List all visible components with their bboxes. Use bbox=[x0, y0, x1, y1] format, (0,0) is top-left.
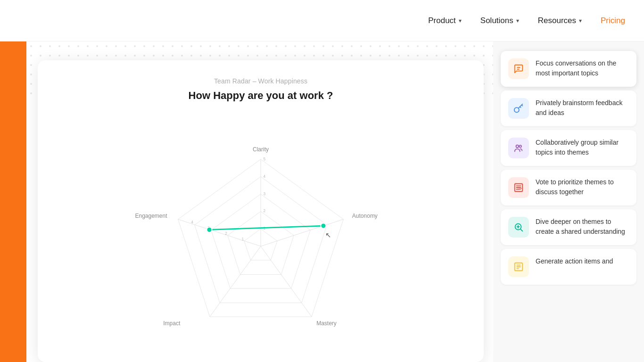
feature-item-group[interactable]: Collaboratively group similar topics int… bbox=[501, 130, 636, 166]
feature-focus-text: Focus conversations on the most importan… bbox=[536, 58, 629, 78]
left-panel: Team Radar – Work Happiness How Happy ar… bbox=[0, 41, 493, 362]
feature-actions-text: Generate action items and bbox=[536, 256, 613, 266]
right-panel: Focus conversations on the most importan… bbox=[493, 41, 644, 362]
svg-text:1: 1 bbox=[241, 237, 244, 241]
search-icon bbox=[508, 217, 529, 238]
svg-text:Mastery: Mastery bbox=[316, 320, 337, 327]
svg-text:Impact: Impact bbox=[163, 320, 181, 327]
radar-chart: 1 2 3 4 5 Clarity Autonomy Mastery Impac… bbox=[57, 113, 465, 362]
svg-text:3: 3 bbox=[264, 191, 266, 196]
group-icon bbox=[508, 138, 529, 158]
feature-item-focus[interactable]: Focus conversations on the most importan… bbox=[501, 51, 636, 87]
svg-text:4: 4 bbox=[264, 174, 266, 179]
feature-item-vote[interactable]: Vote to prioritize themes to discuss tog… bbox=[501, 170, 636, 206]
svg-text:2: 2 bbox=[264, 208, 266, 213]
key-icon bbox=[508, 98, 529, 119]
svg-text:4: 4 bbox=[191, 220, 193, 224]
feature-brainstorm-text: Privately brainstorm feedback and ideas bbox=[536, 98, 629, 118]
radar-subtitle: Team Radar – Work Happiness bbox=[214, 77, 307, 85]
feature-item-actions[interactable]: Generate action items and bbox=[501, 249, 636, 285]
checklist-icon bbox=[508, 177, 529, 198]
svg-line-9 bbox=[261, 246, 312, 317]
nav-solutions-label: Solutions bbox=[480, 16, 513, 25]
action-items-icon bbox=[508, 256, 529, 277]
nav-solutions[interactable]: Solutions ▾ bbox=[480, 16, 519, 25]
svg-point-27 bbox=[321, 223, 326, 229]
feature-item-brainstorm[interactable]: Privately brainstorm feedback and ideas bbox=[501, 90, 636, 126]
svg-text:Autonomy: Autonomy bbox=[352, 213, 378, 219]
radar-card: Team Radar – Work Happiness How Happy ar… bbox=[38, 60, 484, 362]
feature-item-dive[interactable]: Dive deeper on themes to create a shared… bbox=[501, 209, 636, 245]
nav-pricing[interactable]: Pricing bbox=[601, 16, 625, 25]
radar-title: How Happy are you at work ? bbox=[189, 90, 333, 102]
svg-point-33 bbox=[519, 145, 521, 148]
nav-resources-label: Resources bbox=[538, 16, 576, 25]
svg-line-11 bbox=[178, 219, 261, 246]
navigation: Product ▾ Solutions ▾ Resources ▾ Pricin… bbox=[0, 0, 644, 41]
svg-text:5: 5 bbox=[264, 156, 266, 161]
feature-group-text: Collaboratively group similar topics int… bbox=[536, 138, 629, 157]
chevron-down-icon: ▾ bbox=[579, 17, 582, 24]
svg-text:2: 2 bbox=[225, 231, 227, 236]
orange-accent-bar bbox=[0, 41, 26, 362]
svg-point-26 bbox=[207, 227, 212, 232]
nav-product-label: Product bbox=[428, 16, 456, 25]
nav-resources[interactable]: Resources ▾ bbox=[538, 16, 582, 25]
svg-line-10 bbox=[210, 246, 261, 317]
svg-point-32 bbox=[516, 145, 519, 148]
nav-pricing-label: Pricing bbox=[601, 16, 625, 25]
feature-dive-text: Dive deeper on themes to create a shared… bbox=[536, 217, 629, 237]
chevron-down-icon: ▾ bbox=[516, 17, 519, 24]
nav-product[interactable]: Product ▾ bbox=[428, 16, 462, 25]
svg-text:↖: ↖ bbox=[325, 231, 331, 239]
svg-text:Clarity: Clarity bbox=[253, 146, 269, 153]
main-content: Team Radar – Work Happiness How Happy ar… bbox=[0, 41, 644, 362]
feature-vote-text: Vote to prioritize themes to discuss tog… bbox=[536, 177, 629, 197]
chat-icon bbox=[508, 58, 529, 79]
chevron-down-icon: ▾ bbox=[459, 17, 462, 24]
svg-text:Engagement: Engagement bbox=[135, 213, 167, 219]
